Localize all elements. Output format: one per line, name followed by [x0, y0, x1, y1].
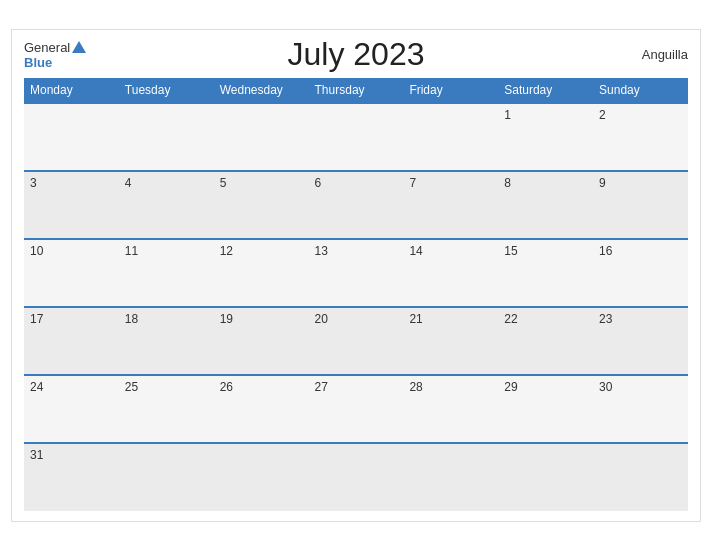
calendar-cell — [24, 103, 119, 171]
calendar-cell: 25 — [119, 375, 214, 443]
calendar-cell: 29 — [498, 375, 593, 443]
calendar-week-row: 24252627282930 — [24, 375, 688, 443]
calendar-cell: 10 — [24, 239, 119, 307]
calendar-week-row: 3456789 — [24, 171, 688, 239]
calendar-week-row: 10111213141516 — [24, 239, 688, 307]
calendar-cell — [119, 443, 214, 511]
calendar-cell — [309, 443, 404, 511]
calendar-cell: 31 — [24, 443, 119, 511]
calendar-cell: 21 — [403, 307, 498, 375]
weekday-header-monday: Monday — [24, 78, 119, 103]
calendar-cell — [119, 103, 214, 171]
day-number: 22 — [504, 312, 517, 326]
day-number: 8 — [504, 176, 511, 190]
calendar-cell: 23 — [593, 307, 688, 375]
day-number: 25 — [125, 380, 138, 394]
calendar-cell: 19 — [214, 307, 309, 375]
calendar-cell — [498, 443, 593, 511]
calendar-cell: 1 — [498, 103, 593, 171]
calendar-cell: 3 — [24, 171, 119, 239]
logo-row: General — [24, 40, 86, 55]
weekday-header-wednesday: Wednesday — [214, 78, 309, 103]
calendar-cell — [593, 443, 688, 511]
day-number: 28 — [409, 380, 422, 394]
day-number: 14 — [409, 244, 422, 258]
logo-area: General Blue — [24, 40, 86, 70]
day-number: 6 — [315, 176, 322, 190]
day-number: 15 — [504, 244, 517, 258]
day-number: 30 — [599, 380, 612, 394]
day-number: 17 — [30, 312, 43, 326]
calendar-cell: 2 — [593, 103, 688, 171]
day-number: 9 — [599, 176, 606, 190]
day-number: 19 — [220, 312, 233, 326]
calendar-cell: 22 — [498, 307, 593, 375]
calendar-cell — [403, 103, 498, 171]
day-number: 11 — [125, 244, 138, 258]
calendar-cell: 7 — [403, 171, 498, 239]
calendar-cell — [403, 443, 498, 511]
day-number: 12 — [220, 244, 233, 258]
calendar-cell: 26 — [214, 375, 309, 443]
calendar-cell: 8 — [498, 171, 593, 239]
calendar-container: General Blue July 2023 Anguilla MondayTu… — [11, 29, 701, 522]
calendar-week-row: 17181920212223 — [24, 307, 688, 375]
day-number: 4 — [125, 176, 132, 190]
weekday-header-tuesday: Tuesday — [119, 78, 214, 103]
logo-general-text: General — [24, 40, 70, 55]
calendar-cell: 14 — [403, 239, 498, 307]
day-number: 1 — [504, 108, 511, 122]
day-number: 18 — [125, 312, 138, 326]
calendar-cell: 16 — [593, 239, 688, 307]
day-number: 5 — [220, 176, 227, 190]
calendar-cell: 6 — [309, 171, 404, 239]
day-number: 13 — [315, 244, 328, 258]
weekday-header-saturday: Saturday — [498, 78, 593, 103]
weekday-header-thursday: Thursday — [309, 78, 404, 103]
calendar-cell — [214, 443, 309, 511]
country-label: Anguilla — [642, 47, 688, 62]
calendar-cell: 15 — [498, 239, 593, 307]
calendar-cell — [309, 103, 404, 171]
day-number: 3 — [30, 176, 37, 190]
weekday-header-row: MondayTuesdayWednesdayThursdayFridaySatu… — [24, 78, 688, 103]
day-number: 27 — [315, 380, 328, 394]
day-number: 2 — [599, 108, 606, 122]
calendar-cell: 4 — [119, 171, 214, 239]
day-number: 7 — [409, 176, 416, 190]
logo-blue-text: Blue — [24, 55, 52, 70]
calendar-cell: 17 — [24, 307, 119, 375]
day-number: 26 — [220, 380, 233, 394]
day-number: 10 — [30, 244, 43, 258]
calendar-title: July 2023 — [288, 36, 425, 73]
day-number: 24 — [30, 380, 43, 394]
day-number: 20 — [315, 312, 328, 326]
calendar-cell: 18 — [119, 307, 214, 375]
calendar-cell: 28 — [403, 375, 498, 443]
calendar-cell: 30 — [593, 375, 688, 443]
weekday-header-friday: Friday — [403, 78, 498, 103]
day-number: 21 — [409, 312, 422, 326]
calendar-cell: 9 — [593, 171, 688, 239]
calendar-week-row: 12 — [24, 103, 688, 171]
day-number: 31 — [30, 448, 43, 462]
calendar-header: General Blue July 2023 Anguilla — [24, 40, 688, 70]
calendar-cell — [214, 103, 309, 171]
calendar-cell: 24 — [24, 375, 119, 443]
calendar-cell: 13 — [309, 239, 404, 307]
calendar-cell: 27 — [309, 375, 404, 443]
calendar-cell: 20 — [309, 307, 404, 375]
day-number: 23 — [599, 312, 612, 326]
weekday-header-sunday: Sunday — [593, 78, 688, 103]
logo-triangle-icon — [72, 41, 86, 53]
calendar-cell: 5 — [214, 171, 309, 239]
calendar-grid: MondayTuesdayWednesdayThursdayFridaySatu… — [24, 78, 688, 511]
calendar-cell: 11 — [119, 239, 214, 307]
day-number: 16 — [599, 244, 612, 258]
day-number: 29 — [504, 380, 517, 394]
calendar-week-row: 31 — [24, 443, 688, 511]
calendar-cell: 12 — [214, 239, 309, 307]
